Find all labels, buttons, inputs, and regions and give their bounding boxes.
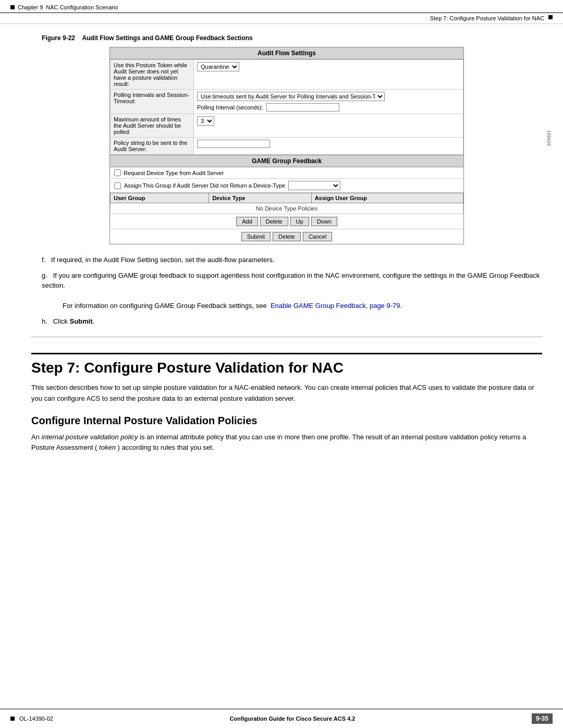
polling-interval-input[interactable] — [266, 103, 339, 112]
page-header: Chapter 9 NAC Configuration Scenario — [0, 0, 563, 13]
policy-string-value — [194, 138, 463, 155]
audit-flow-table: Use this Posture Token while Audit Serve… — [110, 59, 463, 155]
polling-row: Polling Intervals and Session-Timeout: U… — [111, 90, 463, 114]
nav-bullet — [548, 15, 553, 19]
footer-right: Configuration Guide for Cisco Secure ACS… — [229, 715, 355, 722]
subsection-body: An internal posture validation policy is… — [31, 432, 542, 454]
footer-bullet — [10, 717, 15, 721]
col-user-group: User Group — [111, 193, 209, 203]
step-h-text-post: . — [93, 317, 95, 325]
posture-token-row: Use this Posture Token while Audit Serve… — [111, 60, 463, 90]
step-h-letter: h. — [42, 317, 47, 325]
add-button[interactable]: Add — [236, 217, 258, 226]
delete-button-2[interactable]: Delete — [273, 232, 301, 241]
subsection-body3: ) according to rules that you set. — [118, 443, 214, 451]
assign-group-label: Assign This Group if Audit Server Did no… — [124, 182, 285, 189]
step-h-text-pre: Click — [53, 317, 70, 325]
polling-interval-label: Polling Interval (seconds): — [197, 104, 263, 110]
col-device-type: Device Type — [209, 193, 312, 203]
cancel-button[interactable]: Cancel — [303, 232, 332, 241]
subsection-body1: An — [31, 433, 40, 441]
action-buttons-row: Add Delete Up Down — [110, 214, 463, 229]
step-f-letter: f. — [42, 256, 45, 264]
step7-body: This section describes how to set up sim… — [31, 382, 542, 404]
section-divider — [31, 337, 542, 337]
polling-label: Polling Intervals and Session-Timeout: — [111, 90, 194, 114]
device-type-table: User Group Device Type Assign User Group… — [110, 193, 463, 214]
step7-heading: Step 7: Configure Posture Validation for… — [31, 353, 542, 376]
no-data-row: No Device Type Policies — [111, 203, 463, 214]
for-info-text: For information on configuring GAME Grou… — [42, 302, 402, 310]
max-poll-label: Maximum amount of times the Audit Server… — [111, 114, 194, 138]
step-h-submit: Submit — [69, 317, 92, 325]
chapter-info: Chapter 9 NAC Configuration Scenario — [10, 4, 118, 10]
polling-value: Use timeouts sent by Audit Server for Po… — [194, 90, 463, 114]
delete-button-1[interactable]: Delete — [260, 217, 288, 226]
polling-select-wrapper: Use timeouts sent by Audit Server for Po… — [197, 92, 460, 101]
subsection-italic1: internal posture validation policy — [42, 433, 138, 441]
request-device-label: Request Device Type from Audit Server — [124, 170, 224, 176]
no-data-cell: No Device Type Policies — [111, 203, 463, 214]
figure-id: 159425 — [546, 130, 552, 146]
submit-buttons-row: Submit Delete Cancel — [110, 229, 463, 244]
audit-flow-section-header: Audit Flow Settings — [110, 47, 463, 59]
polling-inner: Polling Interval (seconds): — [197, 103, 460, 112]
footer-left: OL-14390-02 — [10, 715, 53, 722]
step-g-text: If you are configuring GAME group feedba… — [42, 272, 540, 290]
policy-string-row: Policy string to be sent to the Audit Se… — [111, 138, 463, 155]
posture-token-label: Use this Posture Token while Audit Serve… — [111, 60, 194, 90]
header-bullet — [10, 5, 15, 9]
step-f-text: If required, in the Audit Flow Setting s… — [51, 256, 275, 264]
policy-string-label: Policy string to be sent to the Audit Se… — [111, 138, 194, 155]
max-poll-value: 1 2 3 4 5 — [194, 114, 463, 138]
up-button[interactable]: Up — [290, 217, 309, 226]
game-group-title: GAME Group Feedback — [252, 157, 322, 165]
chapter-label: Chapter 9 — [18, 4, 43, 10]
assign-group-checkbox[interactable] — [114, 182, 121, 189]
audit-flow-title: Audit Flow Settings — [258, 50, 316, 57]
page-number: 9-35 — [532, 713, 553, 724]
posture-token-value: Quarantine Unknown Healthy — [194, 60, 463, 90]
figure-caption: Figure 9-22 Audit Flow Settings and GAME… — [31, 34, 542, 42]
request-device-checkbox[interactable] — [114, 169, 121, 176]
col-assign-user-group: Assign User Group — [311, 193, 463, 203]
polling-dropdown-row: Use timeouts sent by Audit Server for Po… — [197, 92, 460, 112]
game-group-section: GAME Group Feedback Request Device Type … — [110, 155, 463, 244]
figure-caption-text: Audit Flow Settings and GAME Group Feedb… — [82, 34, 252, 42]
subsection-italic2: token — [99, 443, 116, 451]
top-nav: Step 7: Configure Posture Validation for… — [0, 13, 563, 24]
ui-figure: Audit Flow Settings Use this Posture Tok… — [109, 47, 464, 244]
step-g: g. If you are configuring GAME group fee… — [31, 270, 542, 311]
chapter-title: NAC Configuration Scenario — [46, 4, 118, 10]
step-f: f. If required, in the Audit Flow Settin… — [31, 255, 542, 265]
max-poll-select[interactable]: 1 2 3 4 5 — [197, 116, 214, 126]
page-footer: OL-14390-02 Configuration Guide for Cisc… — [0, 709, 563, 728]
game-group-link[interactable]: Enable GAME Group Feedback, page 9-79 — [271, 302, 400, 310]
step-nav-label: Step 7: Configure Posture Validation for… — [430, 15, 544, 21]
main-content: Figure 9-22 Audit Flow Settings and GAME… — [0, 24, 563, 470]
step-g-letter: g. — [42, 272, 47, 279]
footer-ol-number: OL-14390-02 — [19, 715, 53, 722]
assign-group-select[interactable] — [288, 181, 340, 190]
subsection-heading: Configure Internal Posture Validation Po… — [31, 415, 542, 427]
posture-token-select[interactable]: Quarantine Unknown Healthy — [197, 62, 239, 71]
max-poll-row: Maximum amount of times the Audit Server… — [111, 114, 463, 138]
game-group-header: GAME Group Feedback — [110, 155, 463, 167]
step-h: h. Click Submit. — [31, 316, 542, 327]
down-button[interactable]: Down — [311, 217, 337, 226]
submit-button[interactable]: Submit — [241, 232, 271, 241]
policy-string-input[interactable] — [197, 140, 270, 148]
polling-select[interactable]: Use timeouts sent by Audit Server for Po… — [197, 92, 385, 101]
assign-group-row: Assign This Group if Audit Server Did no… — [110, 179, 463, 193]
footer-guide-label: Configuration Guide for Cisco Secure ACS… — [229, 715, 355, 722]
figure-number: Figure 9-22 — [42, 34, 75, 42]
column-header-row: User Group Device Type Assign User Group — [111, 193, 463, 203]
request-device-type-row: Request Device Type from Audit Server — [110, 167, 463, 179]
